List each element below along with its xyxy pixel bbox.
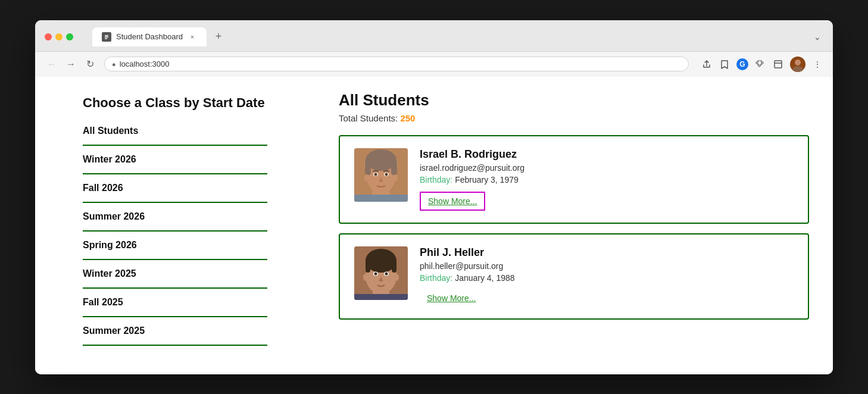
maximize-traffic-light[interactable] [66, 33, 73, 40]
svg-point-28 [374, 272, 377, 275]
lock-icon: ● [112, 61, 116, 68]
url-text: localhost:3000 [120, 60, 170, 68]
student-birthday-phil: Birthday: January 4, 1988 [420, 273, 794, 283]
bookmark-icon[interactable] [719, 58, 730, 70]
traffic-lights [45, 33, 73, 40]
browser-actions: G ⋮ [701, 57, 823, 72]
minimize-traffic-light[interactable] [55, 33, 63, 40]
svg-point-6 [795, 60, 801, 65]
address-bar: ← → ↻ ● localhost:3000 G [35, 51, 833, 77]
window-icon[interactable] [772, 58, 784, 70]
sidebar-item-fall-2026[interactable]: Fall 2026 [83, 174, 267, 203]
svg-rect-21 [354, 195, 408, 202]
google-extension-icon[interactable]: G [736, 58, 748, 70]
svg-rect-3 [105, 38, 107, 39]
svg-rect-1 [105, 35, 108, 36]
reload-button[interactable]: ↻ [83, 57, 97, 71]
window-expand-button[interactable]: ⌄ [811, 31, 823, 43]
page-title: All Students [339, 91, 809, 110]
student-info-phil: Phil J. Heller phil.heller@pursuit.org B… [420, 246, 794, 307]
svg-point-31 [363, 274, 368, 281]
student-info-israel: Israel B. Rodriguez israel.rodriguez@pur… [420, 148, 794, 211]
user-avatar[interactable] [790, 57, 805, 72]
student-photo-israel [354, 148, 408, 202]
svg-rect-2 [105, 36, 108, 37]
svg-rect-26 [392, 259, 396, 273]
share-icon[interactable] [701, 58, 713, 70]
sidebar-title: Choose a Class by Start Date [83, 95, 267, 112]
tab-close-button[interactable]: × [188, 32, 197, 42]
page-content: Choose a Class by Start Date All Student… [35, 77, 833, 374]
sidebar-item-summer-2026[interactable]: Summer 2026 [83, 203, 267, 232]
svg-rect-34 [354, 294, 408, 300]
svg-point-30 [385, 272, 388, 275]
main-content: All Students Total Students: 250 [315, 77, 833, 374]
total-students-label: Total Students: 250 [339, 113, 809, 123]
svg-point-19 [393, 174, 398, 182]
new-tab-button[interactable]: + [211, 30, 226, 44]
sidebar-item-fall-2025[interactable]: Fall 2025 [83, 289, 267, 317]
nav-buttons: ← → ↻ [45, 57, 97, 71]
tab-bar: Student Dashboard × + [83, 27, 235, 46]
student-name-israel: Israel B. Rodriguez [420, 148, 794, 161]
svg-point-32 [394, 274, 399, 281]
tab-title: Student Dashboard [116, 32, 183, 41]
student-email-phil: phil.heller@pursuit.org [420, 261, 794, 271]
svg-rect-4 [775, 61, 782, 68]
show-more-button-phil[interactable]: Show More... [420, 290, 483, 307]
close-traffic-light[interactable] [45, 33, 52, 40]
svg-point-7 [792, 66, 803, 72]
total-count: 250 [400, 113, 415, 123]
sidebar: Choose a Class by Start Date All Student… [35, 77, 315, 374]
active-tab[interactable]: Student Dashboard × [92, 27, 207, 46]
sidebar-item-winter-2025[interactable]: Winter 2025 [83, 260, 267, 289]
student-card-israel: Israel B. Rodriguez israel.rodriguez@pur… [339, 135, 809, 224]
student-name-phil: Phil J. Heller [420, 246, 794, 259]
show-more-button-israel[interactable]: Show More... [420, 192, 485, 211]
svg-rect-25 [366, 259, 370, 273]
svg-point-18 [364, 174, 369, 182]
svg-point-17 [385, 173, 388, 176]
sidebar-item-winter-2026[interactable]: Winter 2026 [83, 146, 267, 174]
url-bar[interactable]: ● localhost:3000 [104, 57, 689, 71]
svg-point-15 [374, 173, 377, 176]
svg-rect-12 [365, 160, 371, 175]
puzzle-icon[interactable] [754, 58, 766, 70]
forward-button[interactable]: → [64, 57, 78, 71]
sidebar-item-all-students[interactable]: All Students [83, 126, 267, 146]
svg-rect-13 [391, 160, 397, 175]
sidebar-item-summer-2025[interactable]: Summer 2025 [83, 317, 267, 346]
more-options-icon[interactable]: ⋮ [811, 58, 823, 70]
sidebar-item-spring-2026[interactable]: Spring 2026 [83, 232, 267, 260]
student-card-phil: Phil J. Heller phil.heller@pursuit.org B… [339, 233, 809, 320]
back-button[interactable]: ← [45, 57, 59, 71]
student-birthday-israel: Birthday: February 3, 1979 [420, 175, 794, 185]
student-email-israel: israel.rodriguez@pursuit.org [420, 163, 794, 173]
student-photo-phil [354, 246, 408, 300]
tab-favicon [102, 32, 111, 42]
